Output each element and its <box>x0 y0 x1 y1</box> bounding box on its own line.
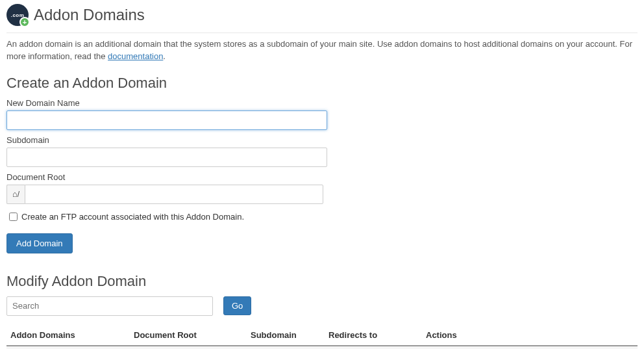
new-domain-label: New Domain Name <box>6 98 638 108</box>
cell-subdomain <box>247 346 325 349</box>
ftp-checkbox-label: Create an FTP account associated with th… <box>21 212 244 222</box>
ftp-checkbox-row: Create an FTP account associated with th… <box>6 211 638 223</box>
intro-after: . <box>163 51 166 61</box>
go-button[interactable]: Go <box>223 296 251 315</box>
subdomain-input[interactable] <box>6 148 327 167</box>
new-domain-input[interactable] <box>6 110 327 130</box>
cell-redirects: not redirected <box>325 346 422 349</box>
addon-domains-icon: .com + <box>6 4 29 26</box>
ftp-checkbox[interactable] <box>9 213 18 221</box>
intro-before: An addon domain is an additional domain … <box>6 39 632 61</box>
docroot-label: Document Root <box>6 172 638 182</box>
cell-domain: ncssltest.info <box>6 346 130 349</box>
search-row: Go <box>6 296 638 316</box>
page-header: .com + Addon Domains <box>6 0 638 32</box>
table-row: ncssltest.info not redirected Remove Man… <box>6 346 638 349</box>
col-actions: Actions <box>422 325 638 346</box>
cell-docroot <box>130 346 247 349</box>
intro-text: An addon domain is an additional domain … <box>6 38 638 63</box>
page-title: Addon Domains <box>34 6 145 24</box>
divider <box>6 32 638 33</box>
create-heading: Create an Addon Domain <box>6 75 638 92</box>
plus-badge-icon: + <box>19 17 30 27</box>
cell-actions: Remove Manage Redirection <box>422 346 638 349</box>
col-addon: Addon Domains <box>6 325 130 346</box>
documentation-link[interactable]: documentation <box>108 51 163 61</box>
addon-domains-table: Addon Domains Document Root Subdomain Re… <box>6 325 638 349</box>
add-domain-button[interactable]: Add Domain <box>6 233 73 253</box>
table-header-row: Addon Domains Document Root Subdomain Re… <box>6 325 638 346</box>
col-docroot: Document Root <box>130 325 247 346</box>
subdomain-label: Subdomain <box>6 135 638 145</box>
docroot-row: ⌂ / <box>6 185 638 204</box>
home-icon: ⌂ <box>12 189 18 199</box>
search-input[interactable] <box>6 296 213 316</box>
docroot-slash: / <box>18 190 19 199</box>
col-redirects: Redirects to <box>325 325 422 346</box>
col-subdomain: Subdomain <box>247 325 325 346</box>
docroot-input[interactable] <box>25 185 323 204</box>
modify-heading: Modify Addon Domain <box>6 273 638 290</box>
docroot-prefix: ⌂ / <box>6 185 25 204</box>
